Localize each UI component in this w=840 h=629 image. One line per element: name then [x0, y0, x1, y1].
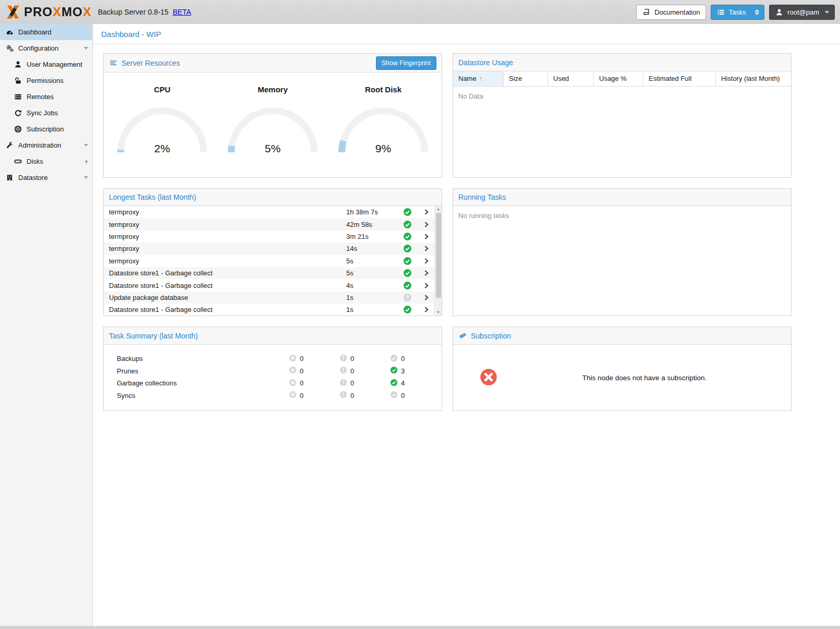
tasks-count-badge: 0: [755, 8, 759, 16]
task-row[interactable]: termproxy 5s: [104, 255, 434, 267]
task-row[interactable]: termproxy 3m 21s: [104, 231, 434, 243]
sidebar-item-administration[interactable]: Administration: [0, 137, 92, 153]
summary-count: 0: [350, 392, 354, 400]
chevron-right-icon[interactable]: [418, 306, 434, 313]
ok-circle-icon: [390, 379, 398, 388]
check-circle-icon: [397, 244, 418, 253]
chevron-right-icon[interactable]: [418, 221, 434, 228]
chevron-right-icon[interactable]: [418, 294, 434, 301]
top-bar: PROXMOX Backup Server 0.8-15 BETA Docume…: [0, 0, 840, 24]
sidebar-item-dashboard[interactable]: Dashboard: [0, 24, 92, 40]
proxmox-x-icon: [5, 5, 21, 19]
task-row[interactable]: termproxy 14s: [104, 243, 434, 255]
gauge-memory: Memory 5%: [221, 72, 325, 177]
sidebar-item-subscription[interactable]: Subscription: [0, 121, 92, 137]
running-tasks-empty-text: No running tasks: [453, 206, 791, 225]
question-circle-icon: ?: [397, 293, 418, 302]
task-row[interactable]: termproxy 42m 58s: [104, 218, 434, 230]
brand-text: PROXMOX: [24, 5, 92, 19]
task-row[interactable]: Datastore store1 - Garbage collect 1s: [104, 304, 434, 316]
task-row[interactable]: Update package database 1s ?: [104, 292, 434, 304]
sidebar-item-permissions[interactable]: Permissions: [0, 72, 92, 89]
scroll-down-arrow[interactable]: ▼: [435, 309, 442, 316]
unlock-icon: [14, 77, 22, 85]
task-name: Datastore store1 - Garbage collect: [104, 282, 346, 289]
product-version: Backup Server 0.8-15: [98, 8, 168, 16]
tasks-label: Tasks: [729, 8, 746, 16]
chevron-right-icon[interactable]: [418, 233, 434, 240]
proxmox-logo: PROXMOX: [5, 5, 92, 19]
summary-count: 0: [350, 367, 354, 375]
sidebar-item-user-management[interactable]: User Management: [0, 56, 92, 72]
task-name: termproxy: [104, 245, 346, 252]
task-name: Update package database: [104, 294, 346, 301]
scroll-up-arrow[interactable]: ▲: [435, 206, 442, 212]
summary-row-backups: Backups000: [104, 353, 442, 365]
summary-label: Syncs: [117, 392, 289, 400]
column-header-name[interactable]: Name↑: [453, 71, 504, 86]
warning-circle-icon: [339, 391, 347, 400]
running-tasks-title: Running Tasks: [458, 193, 506, 201]
error-circle-icon: [289, 366, 297, 376]
ok-circle-icon: [390, 391, 398, 400]
task-name: Datastore store1 - Garbage collect: [104, 269, 346, 277]
collapse-caret-icon: [84, 176, 88, 179]
chevron-right-icon[interactable]: [418, 258, 434, 264]
task-row[interactable]: Datastore store1 - Garbage collect 4s: [104, 279, 434, 291]
resource-bars-icon: [109, 59, 118, 67]
summary-count: 0: [350, 355, 354, 362]
sidebar-item-label: Dashboard: [18, 28, 88, 36]
documentation-label: Documentation: [654, 8, 700, 16]
summary-count: 0: [350, 379, 354, 387]
subscription-panel: Subscription This node does not have a s…: [453, 326, 792, 411]
chevron-right-icon[interactable]: [418, 270, 434, 276]
error-circle-icon: [289, 379, 297, 388]
chevron-right-icon[interactable]: [418, 282, 434, 289]
sidebar-item-datastore[interactable]: Datastore: [0, 170, 92, 186]
documentation-button[interactable]: Documentation: [636, 5, 705, 20]
datastore-empty-text: No Data: [453, 87, 791, 106]
sidebar-item-configuration[interactable]: Configuration: [0, 40, 92, 56]
gauge-value: 5%: [221, 142, 325, 155]
scrollbar[interactable]: ▲ ▼: [434, 206, 442, 316]
no-subscription-icon: [479, 368, 498, 388]
summary-count: 0: [300, 392, 303, 400]
task-name: termproxy: [104, 257, 346, 265]
page-title: Dashboard - WIP: [93, 24, 840, 44]
chevron-right-icon[interactable]: [418, 209, 434, 215]
sidebar-item-label: Disks: [27, 158, 86, 165]
refresh-icon: [14, 109, 22, 117]
sidebar-item-sync-jobs[interactable]: Sync Jobs: [0, 105, 92, 121]
check-circle-icon: [397, 220, 418, 229]
longest-tasks-title: Longest Tasks (last Month): [109, 193, 196, 201]
beta-link[interactable]: BETA: [173, 8, 191, 16]
gauge-cpu: CPU 2%: [110, 72, 214, 177]
sidebar-item-label: Administration: [18, 141, 82, 149]
task-duration: 1s: [346, 294, 397, 301]
building-icon: [5, 174, 14, 182]
gauge-root-disk: Root Disk 9%: [331, 72, 435, 177]
chevron-right-icon[interactable]: [418, 245, 434, 252]
warning-circle-icon: [339, 366, 347, 376]
longest-tasks-panel: Longest Tasks (last Month) termproxy 1h …: [103, 188, 442, 316]
summary-row-syncs: Syncs000: [104, 390, 442, 402]
gears-icon: [5, 44, 14, 53]
sidebar-item-disks[interactable]: Disks: [0, 153, 92, 170]
column-header-usage-[interactable]: Usage %: [594, 71, 643, 86]
column-header-estimated-full[interactable]: Estimated Full: [643, 71, 716, 86]
subscription-title: Subscription: [471, 332, 511, 340]
column-header-history-last-month-[interactable]: History (last Month): [716, 71, 791, 86]
scrollbar-thumb[interactable]: [436, 213, 441, 298]
task-row[interactable]: Datastore store1 - Garbage collect 5s: [104, 267, 434, 279]
datastore-usage-title: Datastore Usage: [458, 58, 513, 67]
task-duration: 42m 58s: [346, 221, 397, 228]
task-row[interactable]: termproxy 1h 38m 7s: [104, 206, 434, 218]
column-header-used[interactable]: Used: [548, 71, 594, 86]
user-menu-button[interactable]: root@pam: [769, 5, 835, 20]
check-circle-icon: [397, 269, 418, 277]
tasks-button[interactable]: Tasks 0: [711, 5, 764, 20]
show-fingerprint-button[interactable]: Show Fingerprint: [376, 56, 437, 70]
sidebar-item-remotes[interactable]: Remotes: [0, 89, 92, 105]
summary-row-prunes: Prunes003: [104, 365, 442, 378]
column-header-size[interactable]: Size: [504, 71, 548, 86]
